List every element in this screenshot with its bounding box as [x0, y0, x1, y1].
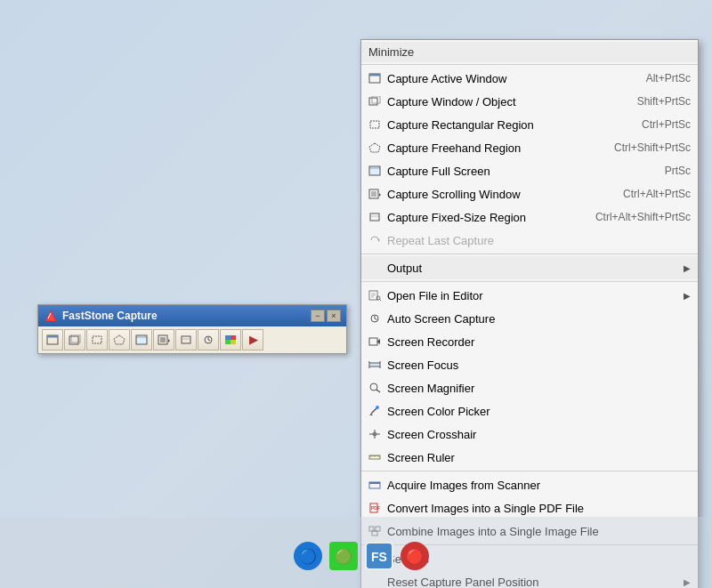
minimize-label: Minimize	[368, 45, 414, 59]
svg-line-46	[380, 300, 382, 302]
capture-full-screen-label: Capture Full Screen	[387, 165, 647, 178]
open-file-editor-arrow: ▶	[684, 291, 691, 301]
svg-line-49	[375, 318, 377, 320]
svg-marker-37	[379, 193, 381, 197]
svg-rect-26	[369, 74, 380, 77]
window-title: FastStone Capture	[62, 310, 311, 322]
svg-rect-22	[231, 335, 236, 340]
capture-full-screen-icon	[367, 163, 383, 179]
svg-rect-16	[182, 336, 190, 343]
taskbar-icon-red[interactable]: 🔴	[400, 542, 429, 570]
screen-crosshair-label: Screen Crosshair	[387, 428, 691, 441]
settings-color-btn[interactable]	[220, 329, 241, 350]
svg-marker-7	[114, 335, 125, 344]
svg-line-59	[376, 390, 380, 392]
svg-text:FS: FS	[371, 550, 387, 564]
open-file-editor-label: Open File in Editor	[387, 289, 676, 302]
svg-rect-9	[136, 335, 147, 344]
taskbar-icon-green[interactable]: 🟢	[329, 542, 358, 570]
svg-point-58	[370, 383, 377, 391]
screen-magnifier-label: Screen Magnifier	[387, 382, 691, 395]
convert-images-pdf-label: Convert Images into a Single PDF File	[387, 502, 691, 515]
menu-open-file-editor[interactable]: Open File in Editor ▶	[361, 284, 698, 307]
svg-marker-30	[369, 143, 380, 152]
screen-ruler-label: Screen Ruler	[387, 451, 691, 464]
capture-scrolling-btn[interactable]	[153, 329, 174, 350]
svg-point-62	[376, 406, 379, 409]
svg-rect-50	[369, 338, 377, 345]
capture-freehand-label: Capture Freehand Region	[387, 141, 596, 155]
svg-marker-0	[45, 310, 56, 321]
output-icon	[367, 260, 383, 276]
capture-rectangular-btn[interactable]	[86, 329, 108, 350]
separator-2	[361, 254, 698, 254]
capture-scrolling-label: Capture Scrolling Window	[387, 188, 605, 201]
capture-fixed-size-btn[interactable]	[175, 329, 197, 350]
more-options-btn[interactable]: ▶	[242, 329, 263, 350]
menu-screen-color-picker[interactable]: Screen Color Picker	[361, 399, 698, 423]
svg-rect-29	[370, 121, 379, 128]
capture-full-screen-shortcut: PrtSc	[665, 165, 691, 177]
menu-capture-active-window[interactable]: Capture Active Window Alt+PrtSc	[361, 67, 698, 90]
menu-acquire-images[interactable]: Acquire Images from Scanner	[361, 473, 698, 496]
separator-3	[361, 281, 698, 282]
svg-rect-28	[372, 96, 380, 103]
menu-screen-ruler[interactable]: Screen Ruler	[361, 446, 698, 469]
titlebar: FastStone Capture − ×	[38, 305, 346, 326]
capture-fixed-size-label: Capture Fixed-Size Region	[387, 211, 578, 224]
minimize-button[interactable]: −	[311, 310, 325, 322]
capture-rectangular-icon	[367, 117, 383, 133]
capture-active-window-btn[interactable]	[42, 329, 63, 350]
menu-screen-recorder[interactable]: Screen Recorder	[361, 330, 698, 353]
svg-rect-6	[93, 336, 101, 343]
taskbar-area: 🔵 🟢 FS 🔴	[0, 517, 712, 588]
capture-scrolling-shortcut: Ctrl+Alt+PrtSc	[623, 188, 691, 200]
svg-marker-15	[168, 339, 170, 342]
menu-repeat-last-capture[interactable]: Repeat Last Capture	[361, 229, 698, 252]
repeat-last-capture-label: Repeat Last Capture	[387, 234, 691, 247]
menu-capture-window-object[interactable]: Capture Window / Object Shift+PrtSc	[361, 90, 698, 113]
capture-freehand-btn[interactable]	[109, 329, 130, 350]
svg-marker-61	[369, 414, 373, 415]
svg-rect-73	[369, 482, 380, 484]
auto-capture-btn[interactable]	[198, 329, 219, 350]
svg-rect-24	[231, 340, 236, 344]
convert-images-pdf-icon: PDF	[367, 500, 383, 516]
auto-screen-capture-icon	[367, 310, 383, 326]
menu-capture-fixed-size[interactable]: Capture Fixed-Size Region Ctrl+Alt+Shift…	[361, 205, 698, 229]
screen-color-picker-label: Screen Color Picker	[387, 405, 691, 418]
auto-screen-capture-label: Auto Screen Capture	[387, 312, 691, 326]
menu-capture-scrolling[interactable]: Capture Scrolling Window Ctrl+Alt+PrtSc	[361, 182, 698, 205]
menu-screen-magnifier[interactable]: Screen Magnifier	[361, 376, 698, 399]
svg-text:PDF: PDF	[371, 505, 380, 511]
capture-fullscreen-btn[interactable]	[131, 329, 152, 350]
window-controls: − ×	[311, 310, 341, 322]
menu-output[interactable]: Output ▶	[361, 256, 698, 279]
close-button[interactable]: ×	[327, 310, 341, 322]
menu-capture-rectangular[interactable]: Capture Rectangular Region Ctrl+PrtSc	[361, 113, 698, 136]
capture-fixed-size-icon	[367, 209, 383, 225]
taskbar-icons: 🔵 🟢 FS 🔴	[294, 542, 429, 570]
svg-rect-4	[69, 336, 78, 344]
capture-window-object-icon	[367, 93, 383, 109]
menu-capture-freehand[interactable]: Capture Freehand Region Ctrl+Shift+PrtSc	[361, 136, 698, 159]
capture-window-object-shortcut: Shift+PrtSc	[637, 95, 691, 108]
taskbar-icon-bluetooth[interactable]: 🔵	[294, 542, 322, 570]
menu-screen-focus[interactable]: Screen Focus	[361, 353, 698, 376]
context-menu: Minimize Capture Active Window Alt+PrtSc…	[360, 39, 699, 588]
screen-recorder-label: Screen Recorder	[387, 335, 691, 349]
capture-window-object-btn[interactable]	[64, 329, 85, 350]
svg-rect-23	[225, 340, 231, 344]
taskbar-icon-app[interactable]: FS	[365, 542, 393, 570]
capture-freehand-icon	[367, 140, 383, 156]
menu-capture-full-screen[interactable]: Capture Full Screen PrtSc	[361, 159, 698, 182]
menu-minimize[interactable]: Minimize	[361, 42, 698, 62]
menu-auto-screen-capture[interactable]: Auto Screen Capture	[361, 307, 698, 330]
svg-rect-21	[225, 335, 231, 340]
faststone-window: FastStone Capture − ×	[37, 304, 347, 354]
menu-screen-crosshair[interactable]: Screen Crosshair	[361, 423, 698, 446]
svg-line-20	[208, 340, 210, 341]
acquire-images-icon	[367, 477, 383, 493]
screen-recorder-icon	[367, 334, 383, 350]
svg-rect-3	[47, 335, 58, 338]
